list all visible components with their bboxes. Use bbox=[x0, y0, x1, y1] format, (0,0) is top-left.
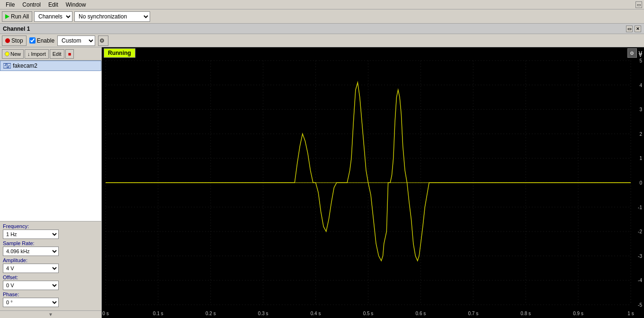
device-name: fakecam2 bbox=[13, 62, 37, 69]
stop-icon bbox=[5, 38, 10, 43]
edit-label: Edit bbox=[53, 51, 62, 57]
sidebar: New ↓ Import Edit ■ bbox=[0, 47, 102, 318]
waveform-settings-btn[interactable]: ⚙ bbox=[98, 35, 108, 46]
stop-label: Stop bbox=[11, 37, 23, 44]
channel-ctrl-bar: Stop Enable Custom Sine Square Triangle … bbox=[0, 34, 644, 47]
import-label: Import bbox=[31, 51, 46, 57]
volt-label: V bbox=[639, 50, 642, 56]
sync-select[interactable]: No synchronization Synchronize all Custo… bbox=[74, 11, 150, 22]
device-list: fakecam2 bbox=[0, 61, 101, 221]
import-button[interactable]: ↓ Import bbox=[25, 49, 49, 59]
menubar: File Control Edit Window ▭ bbox=[0, 0, 644, 9]
play-icon bbox=[5, 14, 9, 19]
channel-header: Channel 1 ▭ ✕ bbox=[0, 24, 644, 34]
sidebar-scrollbar[interactable]: ▼ bbox=[0, 310, 101, 318]
params-panel: Frequency: 1 Hz 2 Hz 5 Hz 10 Hz Sample R… bbox=[0, 221, 101, 310]
phase-label: Phase: bbox=[3, 292, 98, 297]
sample-rate-select[interactable]: 4.096 kHz 8.192 kHz bbox=[3, 247, 59, 256]
sample-rate-label: Sample Rate: bbox=[3, 240, 98, 246]
stop-button[interactable]: Stop bbox=[2, 35, 27, 46]
main-content: New ↓ Import Edit ■ bbox=[0, 47, 644, 318]
menu-window[interactable]: Window bbox=[62, 1, 90, 8]
channel-restore-btn[interactable]: ▭ bbox=[626, 26, 633, 32]
enable-checkbox[interactable] bbox=[29, 37, 36, 44]
main-toolbar: Run All Channels No synchronization Sync… bbox=[0, 9, 644, 24]
channel-close-btn[interactable]: ✕ bbox=[635, 26, 641, 32]
waveform-select[interactable]: Custom Sine Square Triangle Sawtooth bbox=[57, 35, 95, 46]
amplitude-select[interactable]: 4 V 1 V 2 V 8 V bbox=[3, 264, 59, 273]
import-icon: ↓ bbox=[27, 51, 30, 57]
channel-header-controls: ▭ ✕ bbox=[626, 26, 641, 32]
plot-header: Running ⚙ V bbox=[102, 47, 644, 59]
amplitude-label: Amplitude: bbox=[3, 257, 98, 263]
menu-file[interactable]: File bbox=[2, 1, 18, 8]
menu-control[interactable]: Control bbox=[18, 1, 45, 8]
phase-row: Phase: 0 ° 45 ° 90 ° 180 ° bbox=[3, 292, 98, 307]
new-label: New bbox=[10, 51, 21, 57]
oscilloscope-canvas bbox=[102, 47, 644, 318]
phase-select[interactable]: 0 ° 45 ° 90 ° 180 ° bbox=[3, 298, 59, 307]
new-icon bbox=[5, 52, 9, 56]
plot-header-right: ⚙ V bbox=[627, 48, 642, 58]
offset-select[interactable]: 0 V 1 V -1 V bbox=[3, 281, 59, 290]
run-all-label: Run All bbox=[11, 13, 29, 20]
new-button[interactable]: New bbox=[2, 49, 24, 59]
window-restore-btn[interactable]: ▭ bbox=[635, 1, 642, 8]
device-icon bbox=[3, 63, 11, 69]
edit-button[interactable]: Edit bbox=[50, 49, 64, 59]
frequency-row: Frequency: 1 Hz 2 Hz 5 Hz 10 Hz bbox=[3, 223, 98, 239]
enable-label: Enable bbox=[37, 37, 54, 44]
running-badge: Running bbox=[104, 48, 135, 58]
offset-row: Offset: 0 V 1 V -1 V bbox=[3, 274, 98, 290]
sample-rate-row: Sample Rate: 4.096 kHz 8.192 kHz bbox=[3, 240, 98, 256]
sidebar-toolbar: New ↓ Import Edit ■ bbox=[0, 47, 101, 61]
delete-button[interactable]: ■ bbox=[65, 49, 74, 59]
channels-select[interactable]: Channels bbox=[34, 11, 72, 22]
plot-area: Running ⚙ V bbox=[102, 47, 644, 318]
delete-icon: ■ bbox=[68, 51, 72, 57]
run-all-button[interactable]: Run All bbox=[2, 11, 32, 22]
frequency-label: Frequency: bbox=[3, 223, 98, 229]
amplitude-row: Amplitude: 4 V 1 V 2 V 8 V bbox=[3, 257, 98, 273]
channel-title: Channel 1 bbox=[3, 26, 30, 32]
offset-label: Offset: bbox=[3, 274, 98, 280]
plot-settings-btn[interactable]: ⚙ bbox=[627, 48, 637, 58]
menu-edit[interactable]: Edit bbox=[45, 1, 62, 8]
frequency-select[interactable]: 1 Hz 2 Hz 5 Hz 10 Hz bbox=[3, 230, 59, 239]
scroll-indicator: ▼ bbox=[48, 312, 53, 317]
enable-checkbox-label[interactable]: Enable bbox=[29, 37, 54, 44]
device-item[interactable]: fakecam2 bbox=[0, 61, 101, 71]
